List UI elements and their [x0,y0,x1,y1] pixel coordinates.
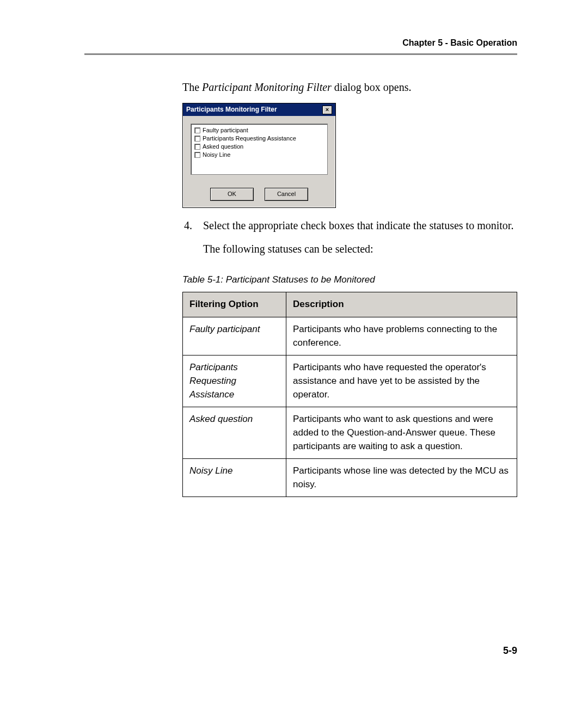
intro-post: dialog box opens. [332,81,412,93]
checkbox-label: Participants Requesting Assistance [203,134,296,143]
table-cell-option: Noisy Line [183,459,286,497]
table-caption: Table 5-1: Participant Statuses to be Mo… [182,273,517,287]
intro-pre: The [182,81,202,93]
table-cell-desc: Participants who have problems connectin… [286,317,517,356]
ok-button[interactable]: OK [210,188,254,201]
checkbox-icon [194,127,200,133]
cancel-button[interactable]: Cancel [265,188,308,201]
intro-italic: Participant Monitoring Filter [202,81,332,93]
filter-checkbox-list: Faulty participant Participants Requesti… [191,124,328,174]
table-row: Participants Requesting Assistance Parti… [183,356,517,407]
table-cell-option: Faulty participant [183,317,286,356]
dialog-body: Faulty participant Participants Requesti… [183,116,335,182]
page-number: 5-9 [503,645,517,657]
following-text: The following statuses can be selected: [203,241,517,257]
checkbox-faulty-participant[interactable]: Faulty participant [194,126,324,134]
table-header-description: Description [286,292,517,317]
table-header-option: Filtering Option [183,292,286,317]
dialog-button-row: OK Cancel [183,182,335,207]
checkbox-label: Faulty participant [203,126,248,134]
close-icon[interactable]: × [322,106,332,114]
dialog-title-text: Participants Monitoring Filter [186,105,277,114]
table-row: Noisy Line Participants whose line was d… [183,459,517,497]
checkbox-participants-requesting-assistance[interactable]: Participants Requesting Assistance [194,134,324,143]
header-rule [84,53,517,55]
participant-statuses-table: Filtering Option Description Faulty part… [182,292,517,497]
checkbox-asked-question[interactable]: Asked question [194,143,324,151]
checkbox-noisy-line[interactable]: Noisy Line [194,151,324,159]
page-header: Chapter 5 - Basic Operation [84,38,517,53]
checkbox-label: Noisy Line [203,151,230,159]
table-cell-option: Participants Requesting Assistance [183,356,286,407]
table-cell-desc: Participants who want to ask questions a… [286,407,517,459]
checkbox-icon [194,152,200,158]
dialog-titlebar: Participants Monitoring Filter × [183,103,335,116]
checkbox-label: Asked question [203,143,243,151]
table-row: Faulty participant Participants who have… [183,317,517,356]
table-cell-desc: Participants whose line was detected by … [286,459,517,497]
checkbox-icon [194,144,200,150]
step-text: Select the appropriate check boxes that … [203,218,513,234]
intro-paragraph: The Participant Monitoring Filter dialog… [182,79,517,95]
table-cell-desc: Participants who have requested the oper… [286,356,517,407]
step-4: 4. Select the appropriate check boxes th… [182,218,517,234]
step-number: 4. [182,218,192,234]
table-cell-option: Asked question [183,407,286,459]
participants-monitoring-filter-dialog: Participants Monitoring Filter × Faulty … [182,103,336,208]
checkbox-icon [194,136,200,142]
table-row: Asked question Participants who want to … [183,407,517,459]
